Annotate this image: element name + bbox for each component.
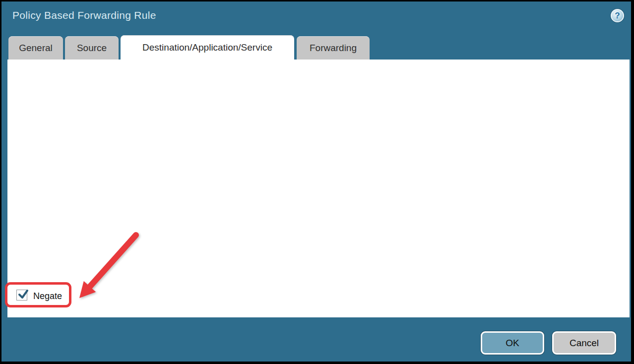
tab-content-area: [7, 60, 630, 317]
help-icon[interactable]: ?: [611, 9, 624, 22]
checkmark-icon: [17, 289, 30, 301]
negate-label: Negate: [33, 291, 62, 302]
policy-forwarding-dialog: Policy Based Forwarding Rule ? General S…: [0, 0, 634, 364]
page-title: Policy Based Forwarding Rule: [12, 9, 156, 21]
negate-checkbox[interactable]: [16, 290, 27, 301]
tab-destination-application-service[interactable]: Destination/Application/Service: [121, 35, 294, 60]
tab-general[interactable]: General: [8, 36, 63, 60]
dialog-background: Policy Based Forwarding Rule ? General S…: [1, 1, 631, 362]
cancel-button[interactable]: Cancel: [552, 331, 616, 355]
tab-source[interactable]: Source: [65, 36, 119, 60]
tab-forwarding[interactable]: Forwarding: [297, 36, 370, 60]
ok-button[interactable]: OK: [481, 331, 544, 355]
